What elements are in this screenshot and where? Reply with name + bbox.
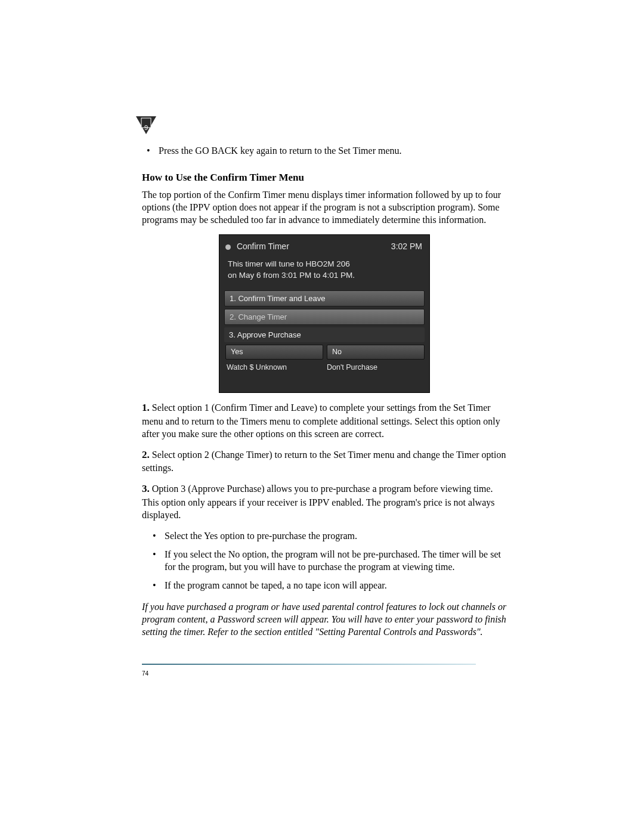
footer-rule bbox=[142, 664, 476, 665]
figure-watch-label: Watch $ Unknown bbox=[227, 363, 323, 373]
manual-page: 9 • Press the GO BACK key again to retur… bbox=[0, 0, 644, 833]
step-2: 2. Select option 2 (Change Timer) to ret… bbox=[142, 448, 507, 475]
step-2-number: 2. bbox=[142, 449, 150, 460]
italic-note: If you have purchased a program or have … bbox=[142, 600, 507, 638]
figure-titlebar: Confirm Timer 3:02 PM bbox=[224, 240, 425, 255]
page-number: 74 bbox=[142, 670, 148, 677]
step-3-text: Option 3 (Approve Purchase) allows you t… bbox=[142, 484, 494, 520]
sub-bullet-2-text: If you select the No option, the program… bbox=[165, 548, 507, 573]
section-heading: How to Use the Confirm Timer Menu bbox=[142, 171, 507, 184]
figure-message-line1: This timer will tune to HBO2M 206 bbox=[228, 259, 421, 270]
figure-dont-label: Don't Purchase bbox=[327, 363, 423, 373]
step-1-number: 1. bbox=[142, 402, 150, 413]
intro-bullet: • Press the GO BACK key again to return … bbox=[147, 144, 507, 157]
intro-bullet-text: Press the GO BACK key again to return to… bbox=[159, 144, 507, 157]
figure-clock: 3:02 PM bbox=[391, 241, 422, 252]
figure-option-1: 1. Confirm Timer and Leave bbox=[224, 290, 425, 306]
page-content: • Press the GO BACK key again to return … bbox=[142, 144, 507, 638]
titlebar-dot-icon bbox=[225, 244, 231, 250]
bullet-dot-icon: • bbox=[147, 144, 159, 157]
bullet-dot-icon: • bbox=[153, 548, 165, 573]
figure-title: Confirm Timer bbox=[225, 241, 289, 252]
sub-bullet-3-text: If the program cannot be taped, a no tap… bbox=[165, 579, 507, 592]
intro-paragraph: The top portion of the Confirm Timer men… bbox=[142, 188, 507, 226]
chapter-number: 9 bbox=[144, 124, 148, 131]
figure-option-2: 2. Change Timer bbox=[224, 309, 425, 325]
bullet-dot-icon: • bbox=[153, 529, 165, 542]
step-2-text: Select option 2 (Change Timer) to return… bbox=[142, 450, 506, 473]
figure-option-3: 3. Approve Purchase bbox=[224, 327, 425, 342]
step-1: 1. Select option 1 (Confirm Timer and Le… bbox=[142, 401, 507, 440]
figure-no-button: No bbox=[327, 345, 425, 360]
sub-bullet-3: • If the program cannot be taped, a no t… bbox=[153, 579, 507, 592]
step-3-number: 3. bbox=[142, 483, 150, 494]
bullet-dot-icon: • bbox=[153, 579, 165, 592]
step-3-sub-bullets: • Select the Yes option to pre-purchase … bbox=[148, 529, 507, 592]
step-3: 3. Option 3 (Approve Purchase) allows yo… bbox=[142, 482, 507, 521]
step-1-text: Select option 1 (Confirm Timer and Leave… bbox=[142, 402, 500, 439]
figure-message: This timer will tune to HBO2M 206 on May… bbox=[224, 255, 425, 287]
figure-yes-button: Yes bbox=[225, 345, 323, 360]
sub-bullet-2: • If you select the No option, the progr… bbox=[153, 548, 507, 573]
figure-message-line2: on May 6 from 3:01 PM to 4:01 PM. bbox=[228, 270, 421, 281]
sub-bullet-1: • Select the Yes option to pre-purchase … bbox=[153, 529, 507, 542]
figure-container: Confirm Timer 3:02 PM This timer will tu… bbox=[142, 234, 507, 393]
sub-bullet-1-text: Select the Yes option to pre-purchase th… bbox=[165, 529, 507, 542]
figure-title-text: Confirm Timer bbox=[237, 241, 289, 251]
figure-subpanel: Yes No Watch $ Unknown Don't Purchase bbox=[224, 345, 425, 372]
confirm-timer-screenshot: Confirm Timer 3:02 PM This timer will tu… bbox=[219, 234, 430, 393]
